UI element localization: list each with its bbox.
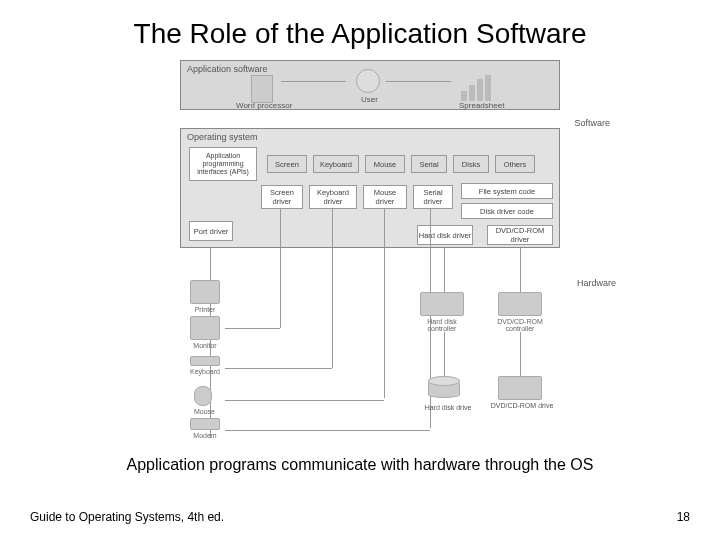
modem-label: Modem [190, 432, 220, 439]
keyboard-label: Keyboard [190, 368, 220, 375]
disk-driver-code-box: Disk driver code [461, 203, 553, 219]
fs-code-box: File system code [461, 183, 553, 199]
mouse-driver-box: Mouse driver [363, 185, 407, 209]
slide-caption: Application programs communicate with ha… [30, 456, 690, 474]
api-screen: Screen [267, 155, 307, 173]
api-mouse-label: Mouse [374, 160, 397, 169]
app-software-box: Application software Word processor User… [180, 60, 560, 110]
api-keyboard: Keyboard [313, 155, 359, 173]
api-disks-label: Disks [462, 160, 480, 169]
disk-driver-code-label: Disk driver code [480, 207, 534, 216]
screen-driver-label: Screen driver [262, 188, 302, 206]
dvd-controller-label: DVD/CD-ROM controller [488, 318, 552, 332]
dvd-icon [498, 376, 542, 400]
mouse-driver-label: Mouse driver [364, 188, 406, 206]
hdd-controller-icon: Hard disk controller [420, 292, 464, 316]
api-label: Application programming interfaces (APIs… [192, 152, 254, 175]
conn-keyboard-h [225, 368, 332, 369]
api-others: Others [495, 155, 535, 173]
keyboard-icon: Keyboard [190, 356, 220, 370]
dvd-label: DVD/CD-ROM drive [490, 402, 554, 409]
api-serial: Serial [411, 155, 447, 173]
printer-label: Printer [190, 306, 220, 313]
footer-source: Guide to Operating Systems, 4th ed. [30, 510, 224, 524]
api-disks: Disks [453, 155, 489, 173]
api-others-label: Others [504, 160, 527, 169]
api-screen-label: Screen [275, 160, 299, 169]
conn-hdd [444, 248, 445, 292]
hdd-controller-label: Hard disk controller [414, 318, 470, 332]
conn-screen [280, 208, 281, 328]
api-serial-label: Serial [419, 160, 438, 169]
arrow-right [386, 81, 451, 82]
port-driver-box: Port driver [189, 221, 233, 241]
hardware-side-label: Hardware [577, 278, 616, 288]
monitor-label: Monitor [190, 342, 220, 349]
fs-code-label: File system code [479, 187, 535, 196]
api-keyboard-label: Keyboard [320, 160, 352, 169]
software-side-label: Software [574, 118, 610, 128]
serial-driver-box: Serial driver [413, 185, 453, 209]
spreadsheet-icon [461, 75, 491, 101]
mouse-icon: Mouse [194, 386, 212, 406]
conn-modem-h [225, 430, 430, 431]
serial-driver-label: Serial driver [414, 188, 452, 206]
hdd-label: Hard disk drive [420, 404, 476, 411]
api-mouse: Mouse [365, 155, 405, 173]
user-label: User [361, 95, 378, 104]
word-processor-icon [251, 75, 273, 103]
app-software-label: Application software [187, 64, 268, 74]
dvd-driver-label: DVD/CD-ROM driver [488, 226, 552, 244]
hdd-driver-box: Hard disk driver [417, 225, 473, 245]
modem-icon: Modem [190, 418, 220, 434]
conn-dvd [520, 248, 521, 292]
monitor-icon: Monitor [190, 316, 220, 340]
conn-monitor-h [225, 328, 280, 329]
os-box: Operating system Application programming… [180, 128, 560, 248]
hdd-driver-label: Hard disk driver [419, 231, 472, 240]
slide-title: The Role of the Application Software [30, 18, 690, 50]
keyboard-driver-label: Keyboard driver [310, 188, 356, 206]
conn-keyboard [332, 208, 333, 368]
spreadsheet-label: Spreadsheet [459, 101, 504, 110]
port-driver-label: Port driver [194, 227, 229, 236]
os-label: Operating system [187, 132, 258, 142]
dvd-controller-icon: DVD/CD-ROM controller [498, 292, 542, 316]
printer-icon: Printer [190, 280, 220, 304]
keyboard-driver-box: Keyboard driver [309, 185, 357, 209]
architecture-diagram: Application software Word processor User… [120, 60, 600, 450]
conn-mouse [384, 208, 385, 398]
api-label-box: Application programming interfaces (APIs… [189, 147, 257, 181]
mouse-label: Mouse [194, 408, 212, 415]
screen-driver-box: Screen driver [261, 185, 303, 209]
page-number: 18 [677, 510, 690, 524]
dvd-driver-box: DVD/CD-ROM driver [487, 225, 553, 245]
conn-mouse-h [225, 400, 384, 401]
conn-dvd2 [520, 332, 521, 376]
hdd-icon [428, 376, 460, 402]
word-processor-label: Word processor [236, 101, 292, 110]
arrow-left [281, 81, 346, 82]
user-icon [356, 69, 380, 93]
conn-hdd2 [444, 332, 445, 376]
